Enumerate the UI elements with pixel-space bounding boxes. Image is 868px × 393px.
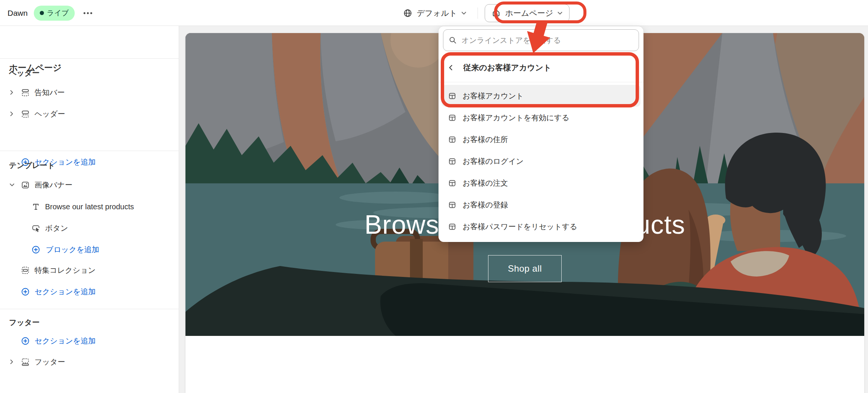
add-block-label: ブロックを追加 [46, 245, 99, 255]
page-selector-button[interactable]: ホームページ [485, 4, 570, 22]
group-label-template: テンプレート [9, 160, 55, 171]
globe-icon [403, 9, 412, 18]
add-section-label: セクションを追加 [35, 287, 96, 297]
divider [0, 309, 179, 309]
template-icon [448, 114, 456, 122]
template-icon [448, 136, 456, 144]
sidebar-block-label: ボタン [45, 223, 68, 233]
dropdown-item-reset-password[interactable]: お客様パスワードをリセットする [442, 216, 640, 237]
sidebar-item-label: 特集コレクション [35, 265, 96, 275]
plus-circle-icon [21, 337, 30, 345]
template-icon [448, 223, 456, 231]
sidebar-item-image-banner[interactable]: 画像バナー [0, 176, 179, 193]
ellipsis-icon [83, 12, 93, 15]
sidebar-block-heading[interactable]: Browse our latest products [0, 198, 179, 215]
dropdown-item-login[interactable]: お客様のログイン [442, 150, 640, 172]
chevron-right-icon [9, 111, 14, 117]
live-badge-label: ライブ [47, 8, 69, 18]
header-section-icon [21, 110, 30, 118]
chevron-right-icon [9, 89, 14, 95]
sidebar-item-header[interactable]: ヘッダー [0, 105, 179, 122]
template-icon [448, 92, 456, 100]
group-label-footer: フッター [9, 317, 39, 328]
dropdown-item-label: お客様パスワードをリセットする [463, 222, 577, 232]
dropdown-item-label: お客様アカウントを有効にする [463, 113, 570, 123]
home-icon [492, 9, 500, 17]
theme-name: Dawn [8, 9, 28, 18]
live-badge: ライブ [34, 6, 75, 21]
text-icon [32, 203, 40, 211]
template-icon [448, 179, 456, 187]
dropdown-item-order[interactable]: お客様の注文 [442, 172, 640, 194]
sidebar-item-announcement-bar[interactable]: 告知バー [0, 84, 179, 101]
sidebar-item-label: フッター [35, 357, 65, 367]
divider [0, 58, 179, 59]
template-icon [448, 157, 456, 165]
add-block-button[interactable]: ブロックを追加 [0, 241, 179, 258]
divider [439, 82, 643, 82]
sidebar-item-footer[interactable]: フッター [0, 353, 179, 370]
plus-circle-icon [32, 245, 40, 254]
locale-selector-button[interactable]: デフォルト [399, 5, 471, 21]
dropdown-item-label: お客様の登録 [463, 200, 508, 210]
page-picker-dropdown: 従来のお客様アカウント お客様アカウント お客様アカウントを有効にする お客様の… [439, 26, 643, 242]
sidebar-item-label: 画像バナー [35, 180, 72, 190]
chevron-right-icon [9, 359, 14, 365]
page-selector-label: ホームページ [505, 8, 553, 18]
sidebar-item-label: ヘッダー [35, 109, 65, 119]
dropdown-item-label: お客様の住所 [463, 135, 508, 145]
dropdown-item-label: お客様の注文 [463, 178, 508, 188]
dropdown-item-register[interactable]: お客様の登録 [442, 194, 640, 216]
footer-section-icon [21, 358, 30, 366]
search-icon [449, 36, 457, 44]
dropdown-item-addresses[interactable]: お客様の住所 [442, 128, 640, 150]
sidebar-item-featured-collection[interactable]: 特集コレクション [0, 261, 179, 279]
announcement-bar-icon [21, 88, 30, 97]
sections-sidebar: ホームページ ヘッダー 告知バー ヘッダー セクションを追加 テンプレート [0, 26, 179, 393]
topbar: Dawn ライブ デフォルト ホームペ [0, 0, 868, 26]
dropdown-item-label: お客様のログイン [463, 156, 524, 166]
template-icon [448, 201, 456, 209]
search-field[interactable] [443, 29, 639, 51]
divider [0, 151, 179, 151]
button-cursor-icon [32, 224, 40, 233]
locale-selector-label: デフォルト [417, 8, 457, 18]
chevron-down-icon [461, 12, 466, 15]
shop-all-button[interactable]: Shop all [488, 255, 562, 282]
toolbar-divider [478, 8, 478, 19]
add-section-button-template[interactable]: セクションを追加 [0, 283, 179, 300]
featured-collection-icon [21, 266, 30, 275]
dropdown-back-header[interactable]: 従来のお客様アカウント [439, 56, 643, 80]
live-dot-icon [40, 11, 44, 15]
dropdown-section-title: 従来のお客様アカウント [463, 62, 551, 73]
chevron-down-icon [9, 182, 15, 187]
group-label-header: ヘッダー [9, 68, 39, 78]
sidebar-item-label: 告知バー [35, 88, 65, 98]
chevron-left-icon [448, 64, 454, 71]
add-section-button-footer[interactable]: セクションを追加 [0, 332, 179, 349]
image-icon [21, 181, 30, 189]
dropdown-item-activate-account[interactable]: お客様アカウントを有効にする [442, 107, 640, 128]
sidebar-block-label: Browse our latest products [45, 203, 134, 211]
plus-circle-icon [21, 287, 30, 296]
chevron-down-icon [558, 12, 562, 15]
add-section-label: セクションを追加 [35, 336, 96, 346]
search-input[interactable] [461, 36, 633, 45]
dropdown-item-customer-account[interactable]: お客様アカウント [442, 85, 640, 107]
dropdown-item-label: お客様アカウント [463, 91, 524, 101]
more-actions-button[interactable] [81, 9, 95, 18]
sidebar-block-button[interactable]: ボタン [0, 219, 179, 237]
